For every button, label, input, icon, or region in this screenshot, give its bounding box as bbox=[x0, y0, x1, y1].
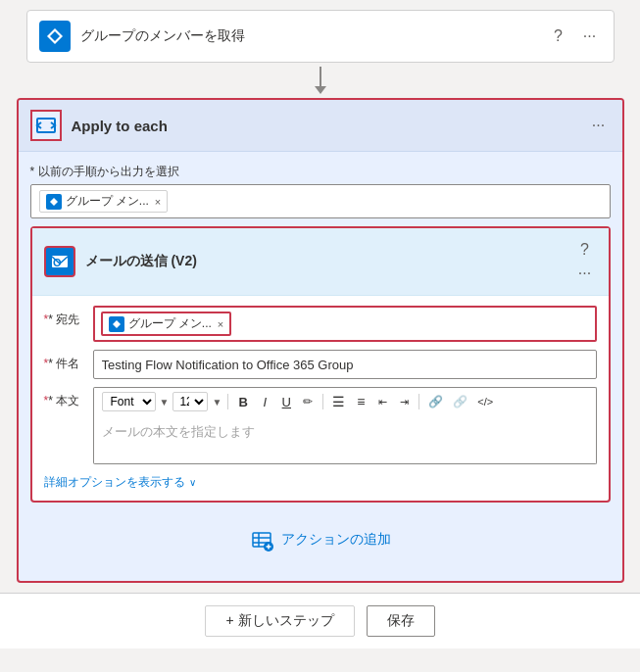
unordered-list-button[interactable]: ☰ bbox=[329, 392, 348, 411]
svg-marker-3 bbox=[50, 198, 58, 206]
top-step-title: グループのメンバーを取得 bbox=[80, 27, 547, 45]
bottom-bar: + 新しいステップ 保存 bbox=[0, 593, 640, 648]
font-select[interactable]: Font bbox=[102, 392, 156, 411]
subject-label: * 件名 bbox=[44, 350, 93, 372]
add-action-button[interactable]: アクションの追加 bbox=[234, 522, 407, 557]
more-icon[interactable]: ··· bbox=[578, 24, 602, 48]
email-help-icon[interactable]: ? bbox=[573, 238, 597, 262]
italic-button[interactable]: I bbox=[256, 392, 273, 411]
to-field-content: グループ メン... × bbox=[93, 306, 597, 342]
bold-button[interactable]: B bbox=[234, 392, 252, 411]
to-chip: グループ メン... × bbox=[101, 312, 232, 336]
toolbar-sep-2 bbox=[322, 394, 323, 409]
body-label: * 本文 bbox=[44, 387, 93, 409]
save-button[interactable]: 保存 bbox=[367, 605, 435, 637]
apply-actions: ··· bbox=[587, 114, 611, 137]
svg-marker-7 bbox=[113, 320, 121, 328]
svg-rect-2 bbox=[37, 119, 55, 132]
to-field-row: * 宛先 グループ メン... bbox=[44, 306, 597, 342]
link-button[interactable]: 🔗 bbox=[425, 392, 446, 411]
to-chip-close[interactable]: × bbox=[218, 318, 223, 330]
advanced-options-link[interactable]: 詳細オプションを表示する ∨ bbox=[44, 474, 597, 491]
flow-container: グループのメンバーを取得 ? ··· Apply to each ··· bbox=[0, 0, 640, 648]
arrow-connector-1 bbox=[315, 67, 326, 94]
code-button[interactable]: </> bbox=[474, 392, 496, 411]
subject-field-content bbox=[93, 350, 597, 379]
apply-more-icon[interactable]: ··· bbox=[587, 114, 611, 137]
add-action-container: アクションの追加 bbox=[30, 522, 611, 557]
arrow-head bbox=[315, 86, 326, 94]
to-label: * 宛先 bbox=[44, 306, 93, 328]
email-step-header: O メールの送信 (V2) ? ··· bbox=[32, 228, 609, 296]
underline-button[interactable]: U bbox=[277, 392, 295, 411]
indent-increase-button[interactable]: ⇥ bbox=[395, 392, 413, 411]
subject-input[interactable] bbox=[93, 350, 597, 379]
top-step: グループのメンバーを取得 ? ··· bbox=[26, 10, 615, 63]
email-more-icon[interactable]: ··· bbox=[573, 262, 597, 285]
email-step-body: * 宛先 グループ メン... bbox=[32, 296, 609, 501]
apply-to-each-container: Apply to each ··· * 以前の手順から出力を選択 グループ メン… bbox=[17, 98, 624, 583]
help-icon[interactable]: ? bbox=[547, 24, 570, 48]
toolbar-sep-3 bbox=[418, 394, 419, 409]
body-field-row: * 本文 Font ▼ 12 ▼ bbox=[44, 387, 597, 464]
to-chip-label: グループ メン... bbox=[128, 315, 212, 332]
group-member-chip: グループ メン... × bbox=[39, 190, 169, 213]
subject-field-row: * 件名 bbox=[44, 350, 597, 379]
advanced-chevron-icon: ∨ bbox=[189, 477, 196, 488]
chip-close-icon[interactable]: × bbox=[155, 196, 161, 208]
apply-to-each-header: Apply to each ··· bbox=[19, 100, 622, 152]
sharepoint-icon bbox=[39, 21, 71, 52]
output-select-input[interactable]: グループ メン... × bbox=[30, 184, 611, 218]
arrow-line bbox=[320, 67, 321, 86]
advanced-link-text: 詳細オプションを表示する bbox=[44, 474, 185, 491]
to-chip-icon bbox=[109, 316, 124, 332]
email-step-title: メールの送信 (V2) bbox=[85, 253, 573, 270]
to-input[interactable]: グループ メン... × bbox=[93, 306, 597, 342]
chip-sharepoint-icon bbox=[46, 194, 62, 210]
ordered-list-button[interactable]: ≡ bbox=[352, 392, 369, 411]
output-select-label: * 以前の手順から出力を選択 bbox=[30, 164, 611, 180]
chip-label: グループ メン... bbox=[66, 193, 149, 210]
email-step-icon: O bbox=[44, 246, 75, 277]
add-action-icon bbox=[250, 528, 273, 552]
pen-button[interactable]: ✏ bbox=[299, 392, 317, 411]
size-dropdown-icon: ▼ bbox=[212, 397, 222, 408]
font-dropdown-icon: ▼ bbox=[160, 397, 170, 408]
unlink-button[interactable]: 🔗 bbox=[450, 392, 470, 411]
body-content-area[interactable]: メールの本文を指定します bbox=[93, 415, 597, 464]
email-step: O メールの送信 (V2) ? ··· * 宛先 bbox=[30, 226, 611, 503]
indent-decrease-button[interactable]: ⇤ bbox=[373, 392, 391, 411]
loop-icon bbox=[30, 110, 62, 141]
svg-text:O: O bbox=[53, 257, 62, 268]
apply-to-each-title: Apply to each bbox=[72, 118, 587, 134]
apply-body: * 以前の手順から出力を選択 グループ メン... × bbox=[19, 152, 622, 581]
rich-text-toolbar: Font ▼ 12 ▼ B I U bbox=[93, 387, 597, 415]
font-size-select[interactable]: 12 bbox=[172, 392, 208, 411]
add-action-label: アクションの追加 bbox=[281, 531, 391, 549]
body-field-content: Font ▼ 12 ▼ B I U bbox=[93, 387, 597, 464]
top-step-actions: ? ··· bbox=[547, 24, 602, 48]
toolbar-sep-1 bbox=[227, 394, 228, 409]
email-step-actions: ? ··· bbox=[573, 238, 597, 285]
new-step-button[interactable]: + 新しいステップ bbox=[205, 605, 354, 637]
body-placeholder: メールの本文を指定します bbox=[102, 424, 255, 439]
